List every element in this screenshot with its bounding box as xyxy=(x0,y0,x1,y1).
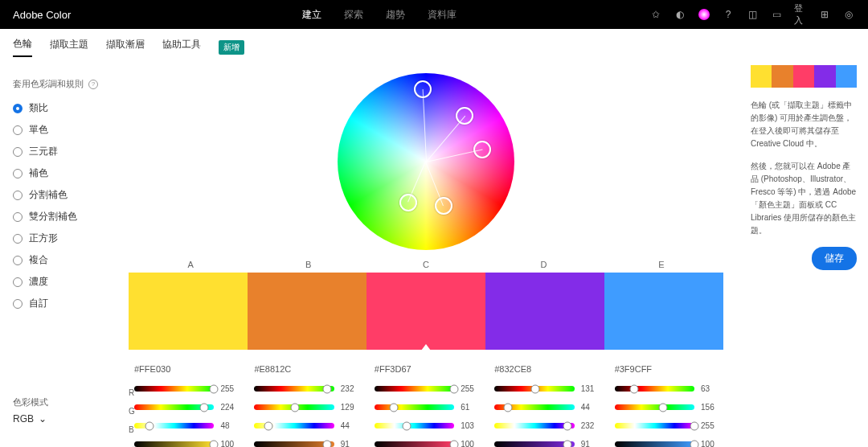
subnav-擷取主題[interactable]: 擷取主題 xyxy=(50,38,88,56)
slider-g[interactable] xyxy=(615,404,694,410)
slider-brightness[interactable] xyxy=(134,441,214,447)
slider-r[interactable] xyxy=(254,386,334,392)
wheel-handle-1[interactable] xyxy=(456,107,473,125)
value-b[interactable]: 44 xyxy=(341,421,363,430)
hex-value[interactable]: #FF3D67 xyxy=(375,364,483,374)
slider-thumb[interactable] xyxy=(659,403,668,412)
rule-複合[interactable]: 複合 xyxy=(13,253,100,267)
chat-icon[interactable]: ▭ xyxy=(770,8,783,21)
slider-thumb[interactable] xyxy=(630,384,639,393)
topnav-趨勢[interactable]: 趨勢 xyxy=(386,8,405,22)
rule-雙分割補色[interactable]: 雙分割補色 xyxy=(13,210,100,224)
wheel-handle-0[interactable] xyxy=(414,80,432,98)
value-r[interactable]: 232 xyxy=(341,384,363,393)
value-g[interactable]: 224 xyxy=(220,403,243,412)
slider-thumb[interactable] xyxy=(290,403,299,412)
color-wheel-icon[interactable] xyxy=(698,8,710,21)
value-brightness[interactable]: 100 xyxy=(461,440,483,447)
mode-dropdown[interactable]: RGB ⌄ xyxy=(13,413,48,424)
rule-正方形[interactable]: 正方形 xyxy=(13,232,100,245)
value-g[interactable]: 156 xyxy=(701,403,723,412)
value-g[interactable]: 44 xyxy=(581,403,604,412)
apps-grid-icon[interactable]: ⊞ xyxy=(818,8,831,21)
value-brightness[interactable]: 100 xyxy=(701,440,723,447)
help-circle-icon[interactable]: ? xyxy=(88,80,98,89)
rule-三元群[interactable]: 三元群 xyxy=(13,145,100,158)
hex-value[interactable]: #FFE030 xyxy=(134,364,243,374)
slider-b[interactable] xyxy=(134,423,214,429)
cc-icon[interactable]: ◎ xyxy=(842,8,855,21)
slider-thumb[interactable] xyxy=(504,403,513,412)
slider-thumb[interactable] xyxy=(264,421,272,430)
value-r[interactable]: 255 xyxy=(461,384,483,393)
slider-r[interactable] xyxy=(494,386,574,392)
slider-thumb[interactable] xyxy=(389,403,398,412)
slider-b[interactable] xyxy=(375,423,454,429)
rule-濃度[interactable]: 濃度 xyxy=(13,275,100,289)
slider-r[interactable] xyxy=(375,386,454,392)
swatch-A[interactable] xyxy=(129,273,248,350)
slider-g[interactable] xyxy=(494,404,574,410)
slider-b[interactable] xyxy=(615,423,694,429)
value-b[interactable]: 103 xyxy=(461,421,483,430)
rule-單色[interactable]: 單色 xyxy=(13,123,100,137)
swatch-C[interactable] xyxy=(366,273,485,350)
value-b[interactable]: 232 xyxy=(581,421,604,430)
slider-brightness[interactable] xyxy=(254,441,334,447)
hex-value[interactable]: #E8812C xyxy=(254,364,362,374)
wheel-handle-4[interactable] xyxy=(399,194,417,211)
slider-thumb[interactable] xyxy=(563,421,571,430)
rule-分割補色[interactable]: 分割補色 xyxy=(13,188,100,202)
swatch-E[interactable] xyxy=(604,273,723,350)
value-r[interactable]: 131 xyxy=(581,384,604,393)
wheel-handle-3[interactable] xyxy=(435,197,452,215)
slider-g[interactable] xyxy=(134,404,214,410)
color-mode-selector[interactable]: 色彩模式 RGB ⌄ xyxy=(13,396,48,424)
slider-thumb[interactable] xyxy=(322,384,331,393)
slider-g[interactable] xyxy=(375,404,454,410)
wheel-handle-2[interactable] xyxy=(473,141,491,158)
book-icon[interactable]: ◫ xyxy=(746,8,759,21)
color-wheel[interactable] xyxy=(338,73,514,250)
hex-value[interactable]: #3F9CFF xyxy=(615,364,723,374)
value-brightness[interactable]: 91 xyxy=(341,440,363,447)
slider-r[interactable] xyxy=(134,386,214,392)
slider-brightness[interactable] xyxy=(615,441,694,447)
slider-brightness[interactable] xyxy=(375,441,454,447)
slider-thumb[interactable] xyxy=(402,421,411,430)
subnav-色輪[interactable]: 色輪 xyxy=(13,37,32,57)
slider-b[interactable] xyxy=(494,423,574,429)
topnav-資料庫[interactable]: 資料庫 xyxy=(428,8,457,22)
contrast-icon[interactable]: ◐ xyxy=(674,8,686,21)
slider-thumb[interactable] xyxy=(450,384,459,393)
slider-brightness[interactable] xyxy=(494,441,574,447)
value-b[interactable]: 255 xyxy=(701,421,723,430)
rule-類比[interactable]: 類比 xyxy=(13,101,100,115)
topnav-建立[interactable]: 建立 xyxy=(302,8,321,22)
slider-thumb[interactable] xyxy=(210,384,219,393)
slider-thumb[interactable] xyxy=(200,403,209,412)
rule-補色[interactable]: 補色 xyxy=(13,166,100,180)
rule-自訂[interactable]: 自訂 xyxy=(13,297,100,310)
hex-value[interactable]: #832CE8 xyxy=(494,364,603,374)
value-r[interactable]: 63 xyxy=(701,384,723,393)
star-icon[interactable]: ✩ xyxy=(649,8,662,21)
value-brightness[interactable]: 91 xyxy=(581,440,604,447)
value-brightness[interactable]: 100 xyxy=(220,440,243,447)
slider-thumb[interactable] xyxy=(145,421,154,430)
subnav-擷取漸層[interactable]: 擷取漸層 xyxy=(106,38,145,56)
value-r[interactable]: 255 xyxy=(220,384,243,393)
swatch-D[interactable] xyxy=(485,273,604,350)
save-button[interactable]: 儲存 xyxy=(812,247,857,270)
slider-r[interactable] xyxy=(615,386,694,392)
value-b[interactable]: 48 xyxy=(220,421,243,430)
slider-g[interactable] xyxy=(254,404,334,410)
slider-thumb[interactable] xyxy=(690,421,699,430)
value-g[interactable]: 61 xyxy=(461,403,483,412)
help-icon[interactable]: ? xyxy=(722,8,735,21)
value-g[interactable]: 129 xyxy=(341,403,363,412)
swatch-B[interactable] xyxy=(248,273,366,350)
topnav-探索[interactable]: 探索 xyxy=(344,8,363,22)
login-link[interactable]: 登入 xyxy=(794,8,807,21)
subnav-協助工具[interactable]: 協助工具 xyxy=(162,38,201,56)
